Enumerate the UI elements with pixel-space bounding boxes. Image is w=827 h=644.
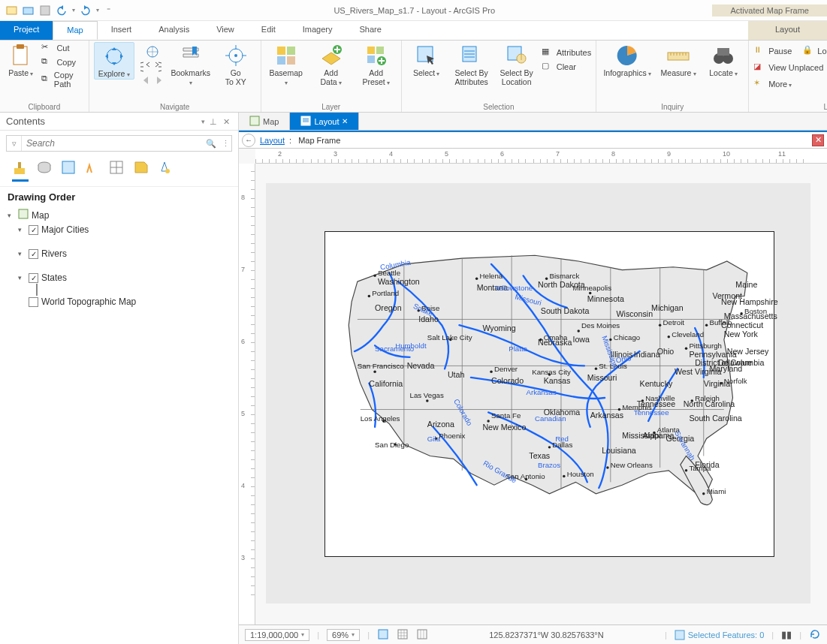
prev-next-extent[interactable] xyxy=(139,75,166,87)
more-labeling-button[interactable]: ✶More xyxy=(753,78,827,90)
close-panel-icon[interactable]: ✕ xyxy=(223,117,232,126)
layout-canvas[interactable]: 234567891011 876543 xyxy=(239,149,827,624)
tab-share[interactable]: Share xyxy=(346,21,395,40)
save-icon[interactable] xyxy=(39,5,51,17)
view-tab-layout[interactable]: Layout ✕ xyxy=(290,113,359,130)
svg-rect-12 xyxy=(287,56,295,65)
back-button[interactable]: ← xyxy=(242,134,255,147)
select-by-location-button[interactable]: Select By Location xyxy=(497,42,537,86)
map-frame[interactable]: Seattle Portland San Francisco Los Angel… xyxy=(324,231,774,557)
tab-project[interactable]: Project xyxy=(0,21,53,40)
filter-icon[interactable]: ▿ xyxy=(7,136,22,151)
svg-rect-1 xyxy=(23,8,33,14)
toc-layer-rivers[interactable]: ▾✓ Rivers xyxy=(8,247,231,260)
zoom-combo[interactable]: 69%▾ xyxy=(327,629,360,641)
infographics-button[interactable]: Infographics xyxy=(601,42,653,78)
copy-icon: ⧉ xyxy=(41,56,53,68)
close-activation-icon[interactable]: ✕ xyxy=(812,134,824,146)
list-by-source-icon[interactable] xyxy=(36,159,53,182)
pin-icon[interactable]: ⊥ xyxy=(210,117,219,126)
fixed-zoom-buttons[interactable] xyxy=(139,62,166,74)
toc-layer-basemap[interactable]: ▾ World Topographic Map xyxy=(8,295,231,308)
svg-rect-14 xyxy=(367,47,375,54)
ribbon: Paste ✂Cut ⧉Copy ⧉Copy Path Clipboard Ex… xyxy=(0,41,827,113)
search-icon[interactable]: 🔍 xyxy=(203,139,219,149)
refresh-icon[interactable] xyxy=(809,628,821,642)
svg-point-38 xyxy=(373,275,376,277)
pause-drawing-icon[interactable]: ▮▮ xyxy=(781,629,792,640)
grid-icon[interactable] xyxy=(397,628,409,642)
tab-imagery[interactable]: Imagery xyxy=(289,21,346,40)
attributes-button[interactable]: ▦Attributes xyxy=(542,47,591,59)
view-unplaced-button[interactable]: ◪View Unplaced xyxy=(753,62,827,74)
tab-analysis[interactable]: Analysis xyxy=(145,21,203,40)
svg-rect-11 xyxy=(277,56,285,65)
svg-point-104 xyxy=(475,277,478,279)
list-by-snapping-icon[interactable] xyxy=(108,159,125,182)
clear-selection-button[interactable]: ▢Clear xyxy=(542,61,591,73)
svg-rect-174 xyxy=(379,630,388,639)
add-data-button[interactable]: Add Data xyxy=(311,42,352,86)
dynamic-constraints-icon[interactable] xyxy=(416,628,428,642)
basemap-button[interactable]: Basemap xyxy=(266,42,306,87)
checkbox[interactable]: ✓ xyxy=(29,273,38,283)
ribbon-group-inquiry: Infographics Measure Locate Inquiry xyxy=(596,41,749,112)
undo-icon[interactable] xyxy=(56,5,68,17)
toc-root[interactable]: ▾ Map xyxy=(8,207,231,223)
explore-button[interactable]: Explore xyxy=(94,42,134,80)
svg-text:Colorado: Colorado xyxy=(491,376,524,385)
breadcrumb-layout-link[interactable]: Layout xyxy=(260,136,285,145)
redo-dropdown[interactable]: ▾ xyxy=(96,7,99,14)
list-by-selection-icon[interactable] xyxy=(60,159,77,182)
toc-layer-states[interactable]: ▾✓ States xyxy=(8,271,231,284)
full-extent-button[interactable] xyxy=(146,45,159,60)
svg-text:Platte: Platte xyxy=(509,345,527,353)
svg-point-60 xyxy=(577,330,579,332)
cut-button[interactable]: ✂Cut xyxy=(41,42,83,54)
selected-features-readout[interactable]: Selected Features: 0 xyxy=(675,630,765,640)
toc-layer-major-cities[interactable]: ▾✓ Major Cities xyxy=(8,223,231,236)
lock-labeling-button[interactable]: 🔒Lock xyxy=(802,45,827,57)
new-project-icon[interactable] xyxy=(6,5,18,17)
tab-map[interactable]: Map xyxy=(53,21,97,40)
copy-path-button[interactable]: ⧉Copy Path xyxy=(41,71,83,89)
pause-labeling-button[interactable]: ⏸Pause xyxy=(753,45,792,57)
snapping-icon[interactable] xyxy=(377,628,389,642)
svg-rect-4 xyxy=(17,44,24,49)
list-by-editing-icon[interactable] xyxy=(84,159,101,182)
tab-edit[interactable]: Edit xyxy=(248,21,289,40)
bookmarks-button[interactable]: Bookmarks xyxy=(171,42,211,87)
toc-view-buttons xyxy=(0,156,238,187)
paste-button[interactable]: Paste xyxy=(5,42,37,78)
tab-layout-contextual[interactable]: Layout xyxy=(748,21,827,40)
qat-customize[interactable]: ⁼ xyxy=(107,6,110,14)
undo-dropdown[interactable]: ▾ xyxy=(72,7,75,14)
list-by-perceptual-icon[interactable] xyxy=(156,159,173,182)
list-by-labeling-icon[interactable] xyxy=(132,159,149,182)
list-by-drawing-order-icon[interactable] xyxy=(12,159,29,182)
search-menu[interactable]: ⋮ xyxy=(219,139,231,149)
svg-rect-3 xyxy=(14,47,27,65)
add-preset-button[interactable]: Add Preset xyxy=(356,42,397,86)
tab-insert[interactable]: Insert xyxy=(98,21,146,40)
measure-button[interactable]: Measure xyxy=(658,42,699,78)
panel-menu[interactable]: ▾ xyxy=(201,118,205,125)
select-by-attributes-button[interactable]: Select By Attributes xyxy=(451,42,492,86)
svg-text:Utah: Utah xyxy=(448,370,465,379)
select-button[interactable]: Select xyxy=(406,42,447,78)
redo-icon[interactable] xyxy=(80,5,92,17)
checkbox[interactable]: ✓ xyxy=(29,225,38,235)
checkbox[interactable]: ✓ xyxy=(29,249,38,259)
checkbox[interactable] xyxy=(29,297,38,307)
svg-text:Gila: Gila xyxy=(427,435,441,443)
copy-button[interactable]: ⧉Copy xyxy=(41,56,83,68)
svg-text:Kansas City: Kansas City xyxy=(532,368,571,376)
locate-button[interactable]: Locate xyxy=(703,42,744,78)
view-tab-map[interactable]: Map xyxy=(239,113,290,130)
tab-view[interactable]: View xyxy=(203,21,248,40)
goto-xy-button[interactable]: Go To XY xyxy=(216,42,256,86)
search-input[interactable] xyxy=(22,136,203,151)
open-project-icon[interactable] xyxy=(23,5,35,17)
scale-combo[interactable]: 1:19,000,000▾ xyxy=(245,629,309,641)
close-tab-icon[interactable]: ✕ xyxy=(342,117,348,125)
